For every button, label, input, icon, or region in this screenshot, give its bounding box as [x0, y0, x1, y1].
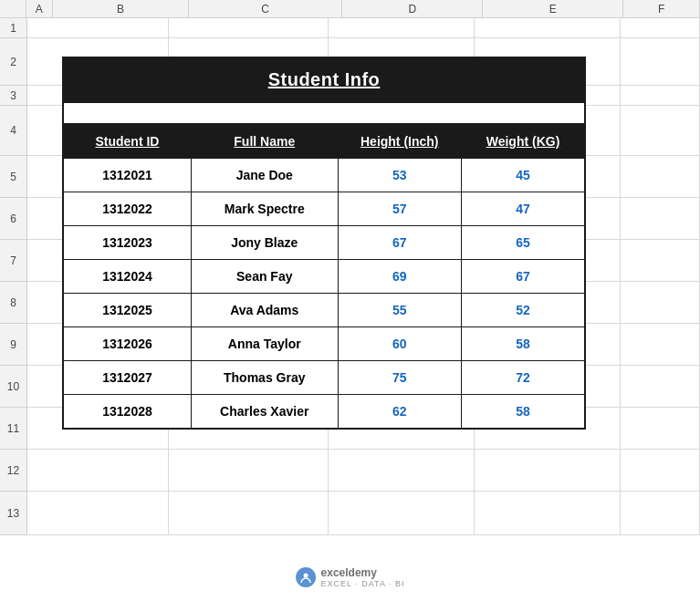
cell-name-4: Ava Adams [191, 294, 338, 327]
cell-weight-5: 58 [462, 327, 586, 361]
grid-row-1 [27, 18, 700, 38]
cell-name-2: Jony Blaze [191, 226, 338, 260]
header-weight: Weight (KG) [462, 124, 586, 159]
cell-f2[interactable] [621, 38, 700, 85]
cell-height-5: 60 [338, 327, 461, 361]
cell-height-3: 69 [338, 260, 461, 294]
header-height: Height (Inch) [338, 124, 461, 159]
cell-name-0: Jane Doe [191, 159, 338, 192]
table-row[interactable]: 1312028Charles Xavier6258 [63, 395, 585, 430]
col-header-c[interactable]: C [189, 0, 342, 18]
watermark-subtext: EXCEL · DATA · BI [321, 579, 405, 588]
row-num-3[interactable]: 3 [0, 86, 27, 106]
cell-c13[interactable] [169, 492, 329, 534]
row-num-9[interactable]: 9 [0, 324, 27, 366]
row-num-10[interactable]: 10 [0, 366, 27, 408]
watermark-brand: exceldemy [321, 566, 405, 579]
col-header-b[interactable]: B [53, 0, 189, 18]
cell-f13[interactable] [621, 492, 700, 534]
col-header-e[interactable]: E [483, 0, 623, 18]
cell-height-1: 57 [338, 192, 461, 226]
row-num-12[interactable]: 12 [0, 450, 27, 492]
row-num-6[interactable]: 6 [0, 198, 27, 240]
cell-f12[interactable] [621, 450, 700, 491]
cell-c12[interactable] [169, 450, 329, 491]
spreadsheet-container: A B C D E F 1 2 3 4 5 6 7 8 9 10 11 12 1… [0, 0, 700, 601]
cell-f4[interactable] [621, 106, 700, 155]
cell-b13[interactable] [27, 492, 169, 534]
cell-weight-1: 47 [462, 192, 586, 226]
cell-b12[interactable] [27, 450, 169, 491]
cell-height-6: 75 [338, 361, 461, 395]
table-title: Student Info [62, 57, 586, 103]
grid-row-12 [27, 450, 700, 492]
cell-d1[interactable] [329, 18, 475, 37]
cell-e12[interactable] [475, 450, 621, 491]
cell-e13[interactable] [475, 492, 621, 534]
col-header-d[interactable]: D [342, 0, 483, 18]
cell-f8[interactable] [621, 282, 700, 323]
cell-height-0: 53 [338, 159, 461, 192]
col-header-f[interactable]: F [623, 0, 700, 18]
cell-f1[interactable] [621, 18, 700, 37]
cell-height-7: 62 [338, 395, 461, 430]
cell-c1[interactable] [169, 18, 329, 37]
watermark: exceldemy EXCEL · DATA · BI [296, 566, 405, 588]
table-row[interactable]: 1312023Jony Blaze6765 [63, 226, 585, 260]
row-num-2[interactable]: 2 [0, 38, 27, 86]
cell-f10[interactable] [621, 366, 700, 407]
row-num-4[interactable]: 4 [0, 106, 27, 156]
table-row[interactable]: 1312025Ava Adams5552 [63, 294, 585, 327]
row-num-7[interactable]: 7 [0, 240, 27, 282]
table-row[interactable]: 1312027Thomas Gray7572 [63, 361, 585, 395]
cell-b1[interactable] [27, 18, 169, 37]
cell-weight-7: 58 [462, 395, 586, 430]
cell-weight-2: 65 [462, 226, 586, 260]
watermark-icon [296, 567, 316, 587]
table-row[interactable]: 1312024Sean Fay6967 [63, 260, 585, 294]
cell-f5[interactable] [621, 156, 700, 197]
cell-height-2: 67 [338, 226, 461, 260]
cell-d13[interactable] [329, 492, 475, 534]
column-headers: A B C D E F [0, 0, 700, 18]
header-full-name: Full Name [191, 124, 338, 159]
spacer-row [62, 103, 586, 123]
watermark-text-block: exceldemy EXCEL · DATA · BI [321, 566, 405, 588]
cell-height-4: 55 [338, 294, 461, 327]
cell-name-5: Anna Taylor [191, 327, 338, 361]
cell-id-6: 1312027 [63, 361, 191, 395]
svg-point-0 [303, 574, 308, 578]
row-num-11[interactable]: 11 [0, 408, 27, 450]
cell-d12[interactable] [329, 450, 475, 491]
row-num-8[interactable]: 8 [0, 282, 27, 324]
row-num-5[interactable]: 5 [0, 156, 27, 198]
cell-f6[interactable] [621, 198, 700, 239]
col-header-a[interactable]: A [26, 0, 53, 18]
student-data-table: Student ID Full Name Height (Inch) Weigh… [62, 123, 586, 430]
cell-name-7: Charles Xavier [191, 395, 338, 430]
cell-f9[interactable] [621, 324, 700, 365]
cell-f11[interactable] [621, 408, 700, 449]
table-header-row: Student ID Full Name Height (Inch) Weigh… [63, 124, 585, 159]
table-row[interactable]: 1312021Jane Doe5345 [63, 159, 585, 192]
cell-id-0: 1312021 [63, 159, 191, 192]
cell-id-3: 1312024 [63, 260, 191, 294]
table-row[interactable]: 1312026Anna Taylor6058 [63, 327, 585, 361]
cell-id-4: 1312025 [63, 294, 191, 327]
cell-weight-3: 67 [462, 260, 586, 294]
row-num-1[interactable]: 1 [0, 18, 27, 38]
cell-id-5: 1312026 [63, 327, 191, 361]
cell-e1[interactable] [475, 18, 621, 37]
row-numbers: 1 2 3 4 5 6 7 8 9 10 11 12 13 [0, 18, 27, 535]
cell-id-7: 1312028 [63, 395, 191, 430]
student-table-wrapper: Student Info Student ID Full Name Height… [62, 57, 586, 430]
table-row[interactable]: 1312022Mark Spectre5747 [63, 192, 585, 226]
corner-cell [0, 0, 26, 18]
row-num-13[interactable]: 13 [0, 492, 27, 535]
cell-f3[interactable] [621, 86, 700, 105]
cell-weight-0: 45 [462, 159, 586, 192]
cell-name-6: Thomas Gray [191, 361, 338, 395]
cell-f7[interactable] [621, 240, 700, 281]
cell-name-3: Sean Fay [191, 260, 338, 294]
grid-row-13 [27, 492, 700, 535]
